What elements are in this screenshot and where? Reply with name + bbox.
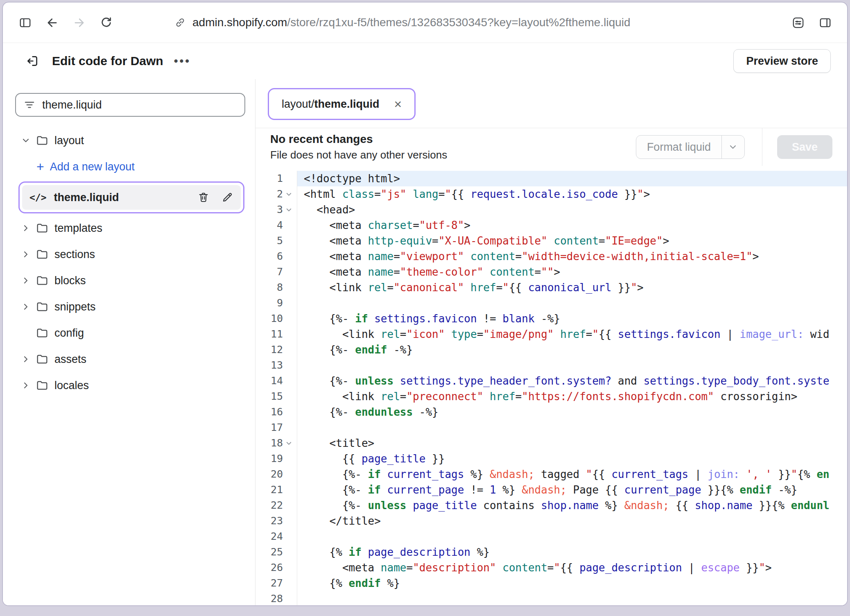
folder-icon [36, 353, 54, 366]
chevron-right-icon[interactable] [21, 354, 36, 364]
preview-store-button[interactable]: Preview store [733, 49, 831, 73]
code-line-28[interactable]: 28 [255, 591, 847, 605]
code-text: <meta charset="utf-8"> [297, 217, 847, 233]
sidebar-item-config[interactable]: config [15, 320, 245, 346]
fold-chevron-icon[interactable] [283, 206, 294, 214]
chevron-down-icon[interactable] [21, 136, 36, 145]
close-icon[interactable]: × [394, 97, 402, 111]
address-bar[interactable]: admin.shopify.com/store/rzq1xu-f5/themes… [174, 16, 631, 29]
browser-window: admin.shopify.com/store/rzq1xu-f5/themes… [3, 2, 847, 605]
add-layout-button[interactable]: +Add a new layout [15, 154, 245, 180]
browser-settings-icon[interactable] [787, 11, 809, 34]
fold-chevron-icon[interactable] [283, 439, 294, 447]
chevron-right-icon[interactable] [21, 249, 36, 259]
code-text: {%- endunless -%} [297, 404, 847, 420]
sidebar-item-sections[interactable]: sections [15, 241, 245, 267]
code-text [297, 591, 847, 605]
sidebar-item-assets[interactable]: assets [15, 346, 245, 372]
chevron-right-icon[interactable] [21, 302, 36, 312]
code-line-1[interactable]: 1<!doctype html> [255, 171, 847, 186]
code-line-21[interactable]: 21 {%- if current_page != 1 %} &ndash; P… [255, 482, 847, 498]
line-number: 14 [271, 373, 283, 389]
line-gutter: 8 [255, 280, 297, 295]
code-line-15[interactable]: 15 <link rel="preconnect" href="https://… [255, 389, 847, 404]
content-area: layout+Add a new layout</>theme.liquidte… [3, 79, 847, 605]
code-line-18[interactable]: 18 <title> [255, 435, 847, 451]
code-line-20[interactable]: 20 {%- if current_tags %} &ndash; tagged… [255, 467, 847, 482]
code-text: <title> [297, 435, 847, 451]
folder-label: layout [54, 134, 84, 147]
code-line-27[interactable]: 27 {% endif %} [255, 575, 847, 591]
line-gutter: 6 [255, 249, 297, 264]
tab-theme-liquid[interactable]: layout/theme.liquid × [271, 91, 412, 117]
code-line-25[interactable]: 25 {% if page_description %} [255, 544, 847, 560]
code-text: {%- if current_tags %} &ndash; tagged "{… [297, 467, 847, 482]
code-line-9[interactable]: 9 [255, 295, 847, 311]
line-gutter: 21 [255, 482, 297, 498]
code-editor[interactable]: 1<!doctype html>2<html class="js" lang="… [255, 166, 847, 605]
browser-panel-icon[interactable] [814, 11, 836, 34]
code-line-23[interactable]: 23 </title> [255, 513, 847, 529]
url-host: admin.shopify.com [192, 16, 287, 29]
browser-sidebar-toggle-icon[interactable] [14, 11, 36, 34]
code-line-16[interactable]: 16 {%- endunless -%} [255, 404, 847, 420]
chevron-right-icon[interactable] [21, 380, 36, 390]
code-line-12[interactable]: 12 {%- endif -%} [255, 342, 847, 358]
chevron-down-icon[interactable] [721, 136, 744, 159]
sidebar-item-layout[interactable]: layout [15, 127, 245, 154]
code-line-14[interactable]: 14 {%- unless settings.type_header_font.… [255, 373, 847, 389]
code-line-7[interactable]: 7 <meta name="theme-color" content=""> [255, 264, 847, 280]
sidebar-item-blocks[interactable]: blocks [15, 267, 245, 294]
version-status: No recent changes File does not have any… [270, 133, 447, 161]
line-gutter: 10 [255, 311, 297, 326]
format-liquid-button[interactable]: Format liquid [636, 135, 745, 159]
file-search[interactable] [15, 93, 245, 117]
code-line-17[interactable]: 17 [255, 420, 847, 435]
code-line-13[interactable]: 13 [255, 358, 847, 373]
line-number: 12 [271, 342, 283, 358]
code-text: <meta name="viewport" content="width=dev… [297, 249, 847, 264]
folder-icon [36, 379, 54, 392]
code-line-4[interactable]: 4 <meta charset="utf-8"> [255, 217, 847, 233]
exit-editor-icon[interactable] [21, 50, 44, 72]
save-button[interactable]: Save [777, 135, 832, 159]
more-actions-icon[interactable]: ••• [174, 54, 191, 68]
line-number: 21 [271, 482, 283, 498]
folder-icon [36, 222, 54, 235]
app-header: Edit code for Dawn ••• Preview store [3, 43, 847, 79]
code-line-10[interactable]: 10 {%- if settings.favicon != blank -%} [255, 311, 847, 326]
folder-icon [36, 134, 54, 147]
status-title: No recent changes [270, 133, 447, 146]
fold-chevron-icon[interactable] [283, 190, 294, 198]
delete-icon[interactable] [197, 191, 210, 204]
forward-icon[interactable] [68, 11, 90, 34]
reload-icon[interactable] [95, 11, 118, 34]
code-line-3[interactable]: 3 <head> [255, 202, 847, 217]
code-line-11[interactable]: 11 <link rel="icon" type="image/png" hre… [255, 326, 847, 342]
rename-icon[interactable] [221, 191, 233, 204]
folder-label: templates [54, 222, 102, 235]
code-line-24[interactable]: 24 [255, 529, 847, 544]
code-text: {{ page_title }} [297, 451, 847, 467]
line-number: 24 [271, 529, 283, 544]
code-line-19[interactable]: 19 {{ page_title }} [255, 451, 847, 467]
back-icon[interactable] [41, 11, 63, 34]
code-line-8[interactable]: 8 <link rel="canonical" href="{{ canonic… [255, 280, 847, 295]
sidebar-item-templates[interactable]: templates [15, 215, 245, 241]
line-gutter: 14 [255, 373, 297, 389]
chevron-right-icon[interactable] [21, 223, 36, 233]
code-line-2[interactable]: 2<html class="js" lang="{{ request.local… [255, 186, 847, 202]
sidebar-item-snippets[interactable]: snippets [15, 294, 245, 320]
sidebar-file-theme-liquid[interactable]: </>theme.liquid [22, 185, 241, 210]
code-line-26[interactable]: 26 <meta name="description" content="{{ … [255, 560, 847, 575]
code-line-22[interactable]: 22 {%- unless page_title contains shop.n… [255, 498, 847, 513]
code-text: <meta name="theme-color" content=""> [297, 264, 847, 280]
line-number: 8 [277, 280, 283, 295]
code-text [297, 529, 847, 544]
sidebar-item-locales[interactable]: locales [15, 372, 245, 399]
file-search-input[interactable] [42, 99, 237, 111]
code-line-5[interactable]: 5 <meta http-equiv="X-UA-Compatible" con… [255, 233, 847, 249]
chevron-right-icon[interactable] [21, 276, 36, 285]
line-gutter: 16 [255, 404, 297, 420]
code-line-6[interactable]: 6 <meta name="viewport" content="width=d… [255, 249, 847, 264]
